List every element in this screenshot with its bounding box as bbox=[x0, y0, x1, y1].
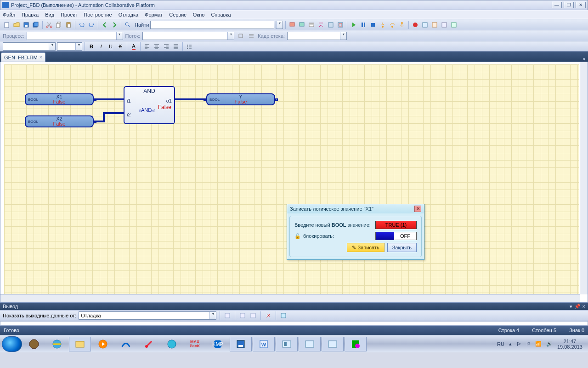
output-btn-5[interactable] bbox=[279, 311, 288, 320]
menu-view[interactable]: Вид bbox=[45, 12, 54, 17]
output-header[interactable]: Вывод ▾ 📌 × bbox=[0, 303, 588, 310]
play-button[interactable] bbox=[350, 21, 358, 29]
taskbar-app-2[interactable] bbox=[115, 337, 137, 351]
tab-close-icon[interactable]: × bbox=[40, 55, 42, 60]
paste-button[interactable] bbox=[64, 21, 73, 29]
save-button[interactable] bbox=[22, 21, 30, 29]
output-btn-2[interactable] bbox=[238, 311, 247, 320]
tray-action-icon[interactable]: ⚐ bbox=[526, 341, 531, 347]
taskbar-acp-3[interactable] bbox=[322, 337, 344, 351]
align-center-button[interactable] bbox=[153, 42, 161, 51]
taskbar-ie[interactable] bbox=[46, 337, 68, 351]
copy-button[interactable] bbox=[55, 21, 63, 29]
taskbar-kmp[interactable]: KMP bbox=[207, 337, 229, 351]
size-combo[interactable]: ▾ bbox=[57, 42, 82, 51]
thread-combo[interactable]: ▾ bbox=[142, 32, 234, 40]
tray-volume-icon[interactable]: 🔊 bbox=[546, 341, 553, 347]
font-combo[interactable]: ▾ bbox=[3, 42, 56, 51]
output-btn-3[interactable] bbox=[249, 311, 257, 320]
bullet-list-button[interactable] bbox=[185, 42, 193, 51]
stop-button[interactable] bbox=[369, 21, 377, 29]
align-left-button[interactable] bbox=[143, 42, 151, 51]
node-y-pin-out[interactable] bbox=[275, 98, 278, 101]
write-button[interactable]: ✎ Записать bbox=[347, 243, 384, 252]
output-btn-4[interactable] bbox=[264, 311, 272, 320]
tray-network-icon[interactable]: 📶 bbox=[535, 341, 542, 347]
menu-build[interactable]: Построение bbox=[84, 12, 112, 17]
lock-toggle[interactable]: OFF bbox=[375, 232, 417, 240]
stack-icon[interactable] bbox=[247, 32, 255, 40]
stack-combo[interactable]: ▾ bbox=[287, 32, 347, 40]
node-x2[interactable]: BOOL X2 False bbox=[25, 115, 94, 127]
horizontal-scrollbar[interactable] bbox=[0, 294, 580, 302]
taskbar-app-3[interactable] bbox=[138, 337, 160, 351]
taskbar-acp-4[interactable] bbox=[345, 337, 367, 351]
font-color-button[interactable]: A bbox=[130, 42, 138, 51]
vertical-scrollbar[interactable] bbox=[580, 62, 588, 294]
tray-flag-icon[interactable]: 🏳 bbox=[516, 341, 521, 347]
tool-icon-6[interactable] bbox=[336, 21, 345, 29]
tool-icon-10[interactable] bbox=[450, 21, 458, 29]
menu-edit[interactable]: Правка bbox=[22, 12, 39, 17]
find-dropdown[interactable]: ▾ bbox=[276, 21, 283, 29]
step-over-button[interactable] bbox=[388, 21, 396, 29]
tool-icon-2[interactable] bbox=[298, 21, 306, 29]
menu-help[interactable]: Справка bbox=[211, 12, 231, 17]
tool-icon-5[interactable] bbox=[327, 21, 335, 29]
taskbar-app-1[interactable] bbox=[23, 337, 45, 351]
align-justify-button[interactable] bbox=[172, 42, 180, 51]
tool-icon-3[interactable] bbox=[307, 21, 316, 29]
tray-clock[interactable]: 21:4719.08.2013 bbox=[557, 339, 582, 350]
menu-tools[interactable]: Сервис bbox=[169, 12, 187, 17]
start-button[interactable] bbox=[2, 336, 22, 352]
close-dialog-button[interactable]: Закрыть bbox=[387, 243, 417, 252]
node-and[interactable]: AND i1 i2 o1 False ▯AND▸▯ bbox=[124, 86, 175, 124]
taskbar-wmp[interactable] bbox=[92, 337, 114, 351]
process-combo[interactable]: ▾ bbox=[27, 32, 123, 40]
tool-icon-1[interactable] bbox=[288, 21, 296, 29]
taskbar-explorer[interactable] bbox=[69, 337, 91, 351]
minimize-button[interactable]: — bbox=[552, 2, 562, 8]
menu-format[interactable]: Формат bbox=[145, 12, 163, 17]
output-source-combo[interactable]: Отладка▾ bbox=[79, 311, 216, 320]
open-button[interactable] bbox=[12, 21, 21, 29]
underline-button[interactable]: U bbox=[107, 42, 115, 51]
save-all-button[interactable] bbox=[32, 21, 40, 29]
bold-button[interactable]: B bbox=[87, 42, 96, 51]
nav-fwd-button[interactable] bbox=[110, 21, 119, 29]
tool-icon-4[interactable] bbox=[317, 21, 325, 29]
taskbar-acp-1[interactable] bbox=[276, 337, 298, 351]
tab-gen-fbd[interactable]: GEN_FBD-ПМ × bbox=[1, 52, 45, 62]
italic-button[interactable]: I bbox=[97, 42, 105, 51]
fbd-canvas[interactable]: BOOL X1 False BOOL X2 False BOOL Y False… bbox=[4, 64, 579, 294]
cut-button[interactable] bbox=[45, 21, 53, 29]
new-button[interactable] bbox=[3, 21, 11, 29]
output-btn-1[interactable] bbox=[223, 311, 232, 320]
output-pin-icon[interactable]: 📌 bbox=[574, 304, 581, 310]
output-text[interactable] bbox=[0, 321, 588, 326]
tool-icon-9[interactable] bbox=[440, 21, 448, 29]
output-menu-icon[interactable]: ▾ bbox=[570, 304, 572, 310]
menu-project[interactable]: Проект bbox=[61, 12, 77, 17]
lang-indicator[interactable]: RU bbox=[497, 341, 504, 347]
thread-icon[interactable] bbox=[237, 32, 245, 40]
menu-file[interactable]: Файл bbox=[3, 12, 15, 17]
taskbar-maxpack[interactable]: MAXPacK bbox=[184, 337, 206, 351]
node-x1[interactable]: BOOL X1 False bbox=[25, 93, 94, 105]
breakpoint-icon[interactable] bbox=[411, 21, 419, 29]
taskbar-word[interactable]: W bbox=[253, 337, 275, 351]
maximize-button[interactable]: ❐ bbox=[564, 2, 574, 8]
tray-chevron-icon[interactable]: ▴ bbox=[509, 341, 512, 347]
dialog-close-button[interactable]: ✕ bbox=[414, 206, 421, 212]
align-right-button[interactable] bbox=[162, 42, 170, 51]
strike-button[interactable]: K bbox=[116, 42, 124, 51]
taskbar-acp-2[interactable] bbox=[299, 337, 321, 351]
tool-icon-8[interactable] bbox=[430, 21, 439, 29]
menu-window[interactable]: Окно bbox=[193, 12, 205, 17]
step-into-button[interactable] bbox=[379, 21, 387, 29]
pause-button[interactable] bbox=[359, 21, 368, 29]
node-y[interactable]: BOOL Y False bbox=[206, 93, 275, 105]
output-close-icon[interactable]: × bbox=[582, 304, 585, 310]
close-button[interactable]: ✕ bbox=[576, 2, 586, 8]
dialog-title-bar[interactable]: Записать логическое значение "X1" ✕ bbox=[287, 204, 424, 213]
